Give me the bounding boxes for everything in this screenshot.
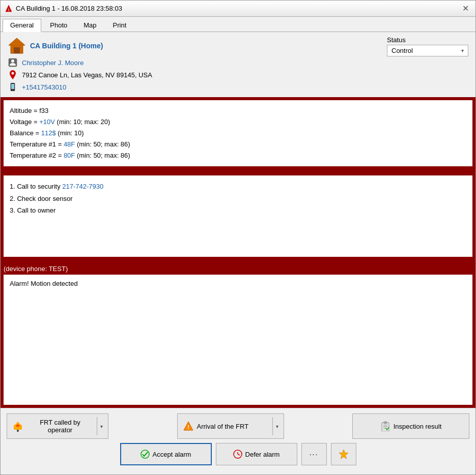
bookmark-button[interactable] — [331, 443, 356, 465]
frt-called-button[interactable]: FRT called by operator ▾ — [7, 413, 108, 439]
tab-print[interactable]: Print — [105, 19, 134, 32]
window-title: CA Building 1 - 16.08.2018 23:58:03 — [16, 5, 122, 12]
temp2-line: Temperature #2 = 80F (min: 50; max: 86) — [10, 150, 466, 161]
app-icon: ! — [5, 5, 13, 13]
arrival-frt-arrow-icon: ▾ — [272, 417, 278, 435]
sensor-data-box: Altitude = f33 Voltage = +10V (min: 10; … — [4, 100, 472, 166]
alarm-box: Alarm! Motion detected — [4, 275, 472, 405]
svg-rect-17 — [384, 422, 387, 424]
svg-marker-4 — [9, 38, 25, 45]
svg-text:!: ! — [187, 424, 189, 430]
contact-icon — [8, 57, 18, 68]
voltage-line: Voltage = +10V (min: 10; max: 20) — [10, 116, 466, 128]
alarm-section: Alarm! Motion detected — [1, 275, 475, 408]
contact-name-row: Christopher J. Moore — [8, 57, 468, 68]
svg-point-6 — [11, 60, 14, 63]
device-phone-bar: (device phone: TEST) — [1, 263, 475, 275]
address: 7912 Canoe Ln, Las Vegas, NV 89145, USA — [22, 71, 152, 79]
status-container: Status Control ▾ — [387, 36, 468, 56]
svg-point-10 — [12, 90, 13, 91]
title-bar: ! CA Building 1 - 16.08.2018 23:58:03 ✕ — [1, 1, 475, 17]
phone-row: +15417543010 — [8, 82, 468, 92]
svg-rect-3 — [14, 47, 20, 53]
tabs-bar: General Photo Map Print — [1, 17, 475, 32]
alarm-message: Alarm! Motion detected — [10, 280, 78, 287]
defer-alarm-label: Defer alarm — [245, 451, 280, 458]
svg-point-7 — [12, 72, 14, 75]
star-icon — [338, 449, 349, 460]
phone-icon — [8, 82, 18, 92]
accept-alarm-label: Accept alarm — [153, 451, 191, 458]
inspection-result-label: Inspection result — [394, 423, 442, 430]
altitude-line: Altitude = f33 — [10, 105, 466, 116]
pin-icon — [9, 70, 17, 79]
tab-photo[interactable]: Photo — [42, 19, 75, 32]
status-value: Control — [391, 47, 461, 54]
frt-called-label: FRT called by operator — [26, 419, 94, 434]
more-options-button[interactable]: ··· — [301, 443, 327, 465]
detail-rows: Christopher J. Moore 7912 Canoe Ln, Las … — [8, 57, 468, 92]
frt-called-arrow-icon: ▾ — [97, 417, 103, 435]
more-dots-icon: ··· — [310, 450, 319, 458]
status-label: Status — [387, 36, 468, 44]
security-phone-link[interactable]: 217-742-7930 — [62, 183, 103, 190]
button-row-2: Accept alarm Defer alarm ··· — [7, 443, 469, 465]
action-2: 2. Check door sensor — [10, 193, 466, 204]
phone-number[interactable]: +15417543010 — [22, 83, 66, 91]
status-dropdown[interactable]: Control ▾ — [387, 45, 468, 56]
close-button[interactable]: ✕ — [459, 3, 471, 15]
balance-line: Balance = 112$ (min: 10) — [10, 128, 466, 139]
arrival-frt-button[interactable]: ! Arrival of the FRT ▾ — [177, 413, 284, 439]
svg-line-24 — [238, 454, 240, 455]
device-phone-text: (device phone: TEST) — [4, 265, 68, 273]
bottom-buttons-area: FRT called by operator ▾ ! Arriva — [1, 408, 475, 474]
siren-icon — [12, 421, 23, 432]
inspection-result-button[interactable]: Inspection result — [352, 413, 469, 439]
svg-point-13 — [17, 430, 19, 432]
mobile-icon — [9, 83, 17, 91]
svg-rect-12 — [16, 425, 19, 427]
actions-box: 1. Call to security 217-742-7930 2. Chec… — [4, 175, 472, 257]
contact-name[interactable]: Christopher J. Moore — [22, 59, 83, 67]
accept-alarm-button[interactable]: Accept alarm — [120, 443, 212, 465]
defer-alarm-button[interactable]: Defer alarm — [216, 443, 297, 465]
arrival-frt-label: Arrival of the FRT — [197, 423, 249, 430]
tab-general[interactable]: General — [3, 19, 41, 32]
title-bar-left: ! CA Building 1 - 16.08.2018 23:58:03 — [5, 5, 122, 13]
warning-frt-icon: ! — [183, 421, 194, 432]
house-icon — [8, 37, 26, 54]
sensor-data-container: Altitude = f33 Voltage = +10V (min: 10; … — [1, 97, 475, 169]
tab-map[interactable]: Map — [76, 19, 104, 32]
temp1-line: Temperature #1 = 48F (min: 50; max: 86) — [10, 139, 466, 150]
actions-section: 1. Call to security 217-742-7930 2. Chec… — [1, 172, 475, 260]
button-row-1: FRT called by operator ▾ ! Arriva — [7, 413, 469, 439]
svg-point-21 — [141, 450, 149, 458]
clipboard-icon — [380, 421, 390, 431]
clock-icon — [233, 450, 242, 459]
status-arrow-icon: ▾ — [461, 48, 464, 53]
svg-rect-9 — [11, 84, 14, 89]
svg-marker-25 — [339, 450, 348, 459]
content-area: CA Building 1 (Home) Christopher J. Moor… — [1, 32, 475, 474]
svg-text:!: ! — [8, 8, 10, 12]
address-row: 7912 Canoe Ln, Las Vegas, NV 89145, USA — [8, 70, 468, 80]
info-section: CA Building 1 (Home) Christopher J. Moor… — [1, 32, 475, 97]
checkmark-icon — [141, 450, 150, 459]
person-icon — [8, 58, 17, 67]
action-3: 3. Call to owner — [10, 204, 466, 216]
building-name: CA Building 1 (Home) — [30, 42, 103, 50]
location-icon — [8, 70, 18, 80]
main-window: ! CA Building 1 - 16.08.2018 23:58:03 ✕ … — [0, 0, 476, 475]
action-1: 1. Call to security 217-742-7930 — [10, 181, 466, 192]
